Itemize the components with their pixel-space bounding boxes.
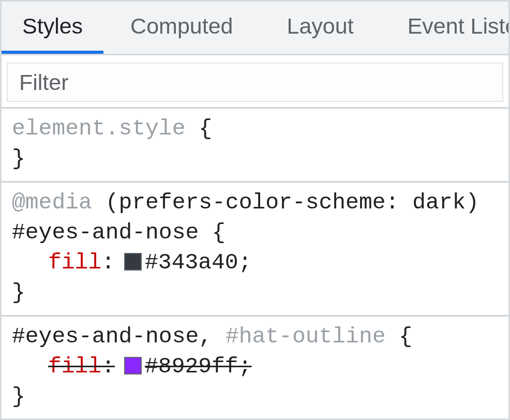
rule-element-style[interactable]: element.style { } <box>2 109 508 183</box>
value-fill[interactable]: #8929ff <box>145 354 238 379</box>
tab-computed[interactable]: Computed <box>103 2 260 54</box>
tab-event-listeners[interactable]: Event Listeners <box>381 2 508 54</box>
colon: : <box>101 248 115 278</box>
declaration-fill-overridden[interactable]: fill: #8929ff; <box>12 352 498 382</box>
filter-input[interactable] <box>7 63 503 102</box>
styles-panel-tabs: Styles Computed Layout Event Listeners <box>2 2 508 55</box>
media-query[interactable]: (prefers-color-scheme: dark) <box>92 190 479 215</box>
brace-close: } <box>12 384 25 409</box>
selector-comma: , <box>199 324 226 349</box>
brace-close: } <box>12 280 25 305</box>
prop-fill[interactable]: fill <box>48 248 101 278</box>
media-at: @media <box>12 190 92 215</box>
semicolon: ; <box>238 354 252 379</box>
filter-row <box>2 55 508 109</box>
brace-open: { <box>199 220 226 245</box>
colon: : <box>101 354 115 379</box>
color-swatch[interactable] <box>124 357 142 374</box>
prop-fill[interactable]: fill <box>48 354 101 379</box>
color-swatch[interactable] <box>124 253 142 271</box>
declaration-fill[interactable]: fill: #343a40; <box>12 248 498 278</box>
brace-close: } <box>12 146 25 171</box>
rule-eyes-and-hat[interactable]: #eyes-and-nose, #hat-outline { fill: #89… <box>2 317 508 420</box>
selector-hat-outline[interactable]: #hat-outline <box>226 324 386 349</box>
selector-eyes-and-nose[interactable]: #eyes-and-nose <box>12 220 199 245</box>
selector-element-style[interactable]: element.style <box>12 116 185 141</box>
rule-media-dark[interactable]: @media (prefers-color-scheme: dark) #eye… <box>2 183 508 317</box>
semicolon: ; <box>238 248 252 278</box>
brace-open: { <box>386 324 413 349</box>
brace-open: { <box>185 116 212 141</box>
selector-eyes-and-nose[interactable]: #eyes-and-nose <box>12 324 199 349</box>
tab-layout[interactable]: Layout <box>260 2 381 54</box>
value-fill[interactable]: #343a40 <box>145 248 238 278</box>
tab-styles[interactable]: Styles <box>2 2 103 54</box>
